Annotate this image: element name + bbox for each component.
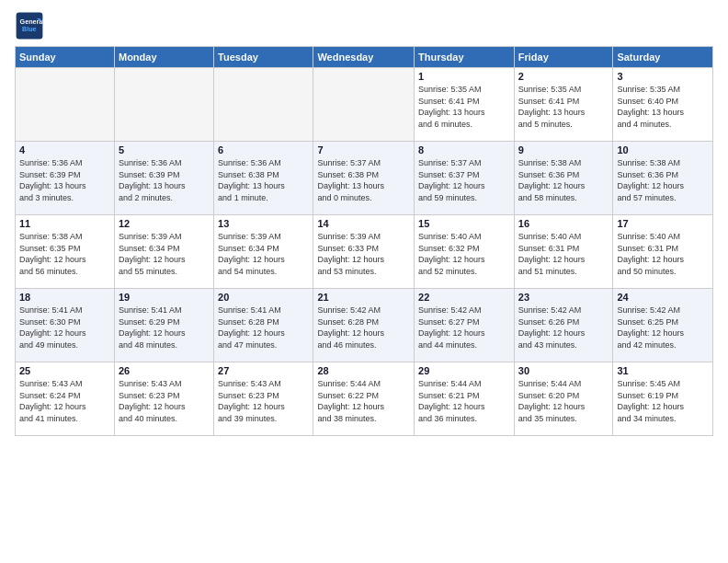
calendar-cell: 28Sunrise: 5:44 AM Sunset: 6:22 PM Dayli…: [313, 362, 415, 436]
day-info: Sunrise: 5:40 AM Sunset: 6:31 PM Dayligh…: [617, 231, 709, 277]
calendar-cell: [214, 68, 313, 142]
day-info: Sunrise: 5:35 AM Sunset: 6:41 PM Dayligh…: [418, 84, 510, 130]
day-number: 7: [317, 144, 410, 155]
calendar-cell: 6Sunrise: 5:36 AM Sunset: 6:38 PM Daylig…: [214, 142, 313, 215]
calendar-cell: 15Sunrise: 5:40 AM Sunset: 6:32 PM Dayli…: [415, 215, 515, 289]
day-number: 1: [418, 71, 510, 82]
day-number: 21: [317, 292, 410, 303]
day-number: 26: [119, 365, 210, 376]
calendar-cell: 10Sunrise: 5:38 AM Sunset: 6:36 PM Dayli…: [613, 142, 713, 215]
day-number: 25: [19, 365, 110, 376]
day-info: Sunrise: 5:42 AM Sunset: 6:25 PM Dayligh…: [617, 304, 709, 350]
day-number: 28: [317, 365, 410, 376]
calendar-cell: 3Sunrise: 5:35 AM Sunset: 6:40 PM Daylig…: [613, 68, 713, 142]
day-info: Sunrise: 5:37 AM Sunset: 6:37 PM Dayligh…: [418, 157, 510, 203]
week-row-5: 25Sunrise: 5:43 AM Sunset: 6:24 PM Dayli…: [16, 362, 713, 436]
day-number: 8: [418, 144, 510, 155]
day-info: Sunrise: 5:38 AM Sunset: 6:35 PM Dayligh…: [19, 231, 110, 277]
day-number: 17: [617, 218, 709, 229]
day-info: Sunrise: 5:35 AM Sunset: 6:40 PM Dayligh…: [617, 84, 709, 130]
week-row-4: 18Sunrise: 5:41 AM Sunset: 6:30 PM Dayli…: [16, 289, 713, 362]
calendar-cell: 21Sunrise: 5:42 AM Sunset: 6:28 PM Dayli…: [313, 289, 415, 362]
day-info: Sunrise: 5:36 AM Sunset: 6:39 PM Dayligh…: [119, 157, 210, 203]
day-info: Sunrise: 5:38 AM Sunset: 6:36 PM Dayligh…: [518, 157, 609, 203]
day-number: 19: [119, 292, 210, 303]
day-number: 18: [19, 292, 110, 303]
day-number: 24: [617, 292, 709, 303]
calendar-cell: 2Sunrise: 5:35 AM Sunset: 6:41 PM Daylig…: [514, 68, 613, 142]
calendar-cell: 29Sunrise: 5:44 AM Sunset: 6:21 PM Dayli…: [415, 362, 515, 436]
day-number: 10: [617, 144, 709, 155]
day-number: 15: [418, 218, 510, 229]
calendar-cell: [16, 68, 115, 142]
col-header-thursday: Thursday: [415, 47, 515, 68]
calendar-cell: 13Sunrise: 5:39 AM Sunset: 6:34 PM Dayli…: [214, 215, 313, 289]
calendar-cell: 26Sunrise: 5:43 AM Sunset: 6:23 PM Dayli…: [114, 362, 213, 436]
day-info: Sunrise: 5:41 AM Sunset: 6:30 PM Dayligh…: [19, 304, 110, 350]
calendar-cell: 25Sunrise: 5:43 AM Sunset: 6:24 PM Dayli…: [16, 362, 115, 436]
col-header-saturday: Saturday: [613, 47, 713, 68]
calendar-cell: 17Sunrise: 5:40 AM Sunset: 6:31 PM Dayli…: [613, 215, 713, 289]
calendar-header-row: SundayMondayTuesdayWednesdayThursdayFrid…: [16, 47, 713, 68]
calendar-cell: 14Sunrise: 5:39 AM Sunset: 6:33 PM Dayli…: [313, 215, 415, 289]
calendar-cell: 7Sunrise: 5:37 AM Sunset: 6:38 PM Daylig…: [313, 142, 415, 215]
day-info: Sunrise: 5:43 AM Sunset: 6:24 PM Dayligh…: [19, 378, 110, 424]
calendar-cell: 1Sunrise: 5:35 AM Sunset: 6:41 PM Daylig…: [415, 68, 515, 142]
day-number: 31: [617, 365, 709, 376]
day-number: 23: [518, 292, 609, 303]
calendar-cell: 22Sunrise: 5:42 AM Sunset: 6:27 PM Dayli…: [415, 289, 515, 362]
col-header-sunday: Sunday: [16, 47, 115, 68]
calendar-cell: 18Sunrise: 5:41 AM Sunset: 6:30 PM Dayli…: [16, 289, 115, 362]
col-header-wednesday: Wednesday: [313, 47, 415, 68]
calendar-cell: 8Sunrise: 5:37 AM Sunset: 6:37 PM Daylig…: [415, 142, 515, 215]
week-row-2: 4Sunrise: 5:36 AM Sunset: 6:39 PM Daylig…: [16, 142, 713, 215]
day-number: 11: [19, 218, 110, 229]
week-row-3: 11Sunrise: 5:38 AM Sunset: 6:35 PM Dayli…: [16, 215, 713, 289]
day-info: Sunrise: 5:43 AM Sunset: 6:23 PM Dayligh…: [218, 378, 309, 424]
calendar-cell: 20Sunrise: 5:41 AM Sunset: 6:28 PM Dayli…: [214, 289, 313, 362]
day-info: Sunrise: 5:40 AM Sunset: 6:31 PM Dayligh…: [518, 231, 609, 277]
col-header-friday: Friday: [514, 47, 613, 68]
calendar-cell: 24Sunrise: 5:42 AM Sunset: 6:25 PM Dayli…: [613, 289, 713, 362]
col-header-monday: Monday: [114, 47, 213, 68]
calendar-cell: 5Sunrise: 5:36 AM Sunset: 6:39 PM Daylig…: [114, 142, 213, 215]
day-info: Sunrise: 5:44 AM Sunset: 6:21 PM Dayligh…: [418, 378, 510, 424]
calendar-cell: 23Sunrise: 5:42 AM Sunset: 6:26 PM Dayli…: [514, 289, 613, 362]
logo: General Blue: [15, 11, 48, 40]
day-info: Sunrise: 5:41 AM Sunset: 6:28 PM Dayligh…: [218, 304, 309, 350]
calendar-cell: 16Sunrise: 5:40 AM Sunset: 6:31 PM Dayli…: [514, 215, 613, 289]
day-info: Sunrise: 5:39 AM Sunset: 6:33 PM Dayligh…: [317, 231, 410, 277]
calendar-cell: 11Sunrise: 5:38 AM Sunset: 6:35 PM Dayli…: [16, 215, 115, 289]
day-number: 30: [518, 365, 609, 376]
day-info: Sunrise: 5:44 AM Sunset: 6:20 PM Dayligh…: [518, 378, 609, 424]
day-number: 22: [418, 292, 510, 303]
day-number: 29: [418, 365, 510, 376]
day-number: 3: [617, 71, 709, 82]
day-number: 16: [518, 218, 609, 229]
calendar-cell: 30Sunrise: 5:44 AM Sunset: 6:20 PM Dayli…: [514, 362, 613, 436]
col-header-tuesday: Tuesday: [214, 47, 313, 68]
calendar-cell: [114, 68, 213, 142]
calendar-cell: 9Sunrise: 5:38 AM Sunset: 6:36 PM Daylig…: [514, 142, 613, 215]
week-row-1: 1Sunrise: 5:35 AM Sunset: 6:41 PM Daylig…: [16, 68, 713, 142]
day-number: 2: [518, 71, 609, 82]
page-header: General Blue: [15, 11, 713, 40]
day-number: 14: [317, 218, 410, 229]
calendar-cell: 19Sunrise: 5:41 AM Sunset: 6:29 PM Dayli…: [114, 289, 213, 362]
calendar-cell: 27Sunrise: 5:43 AM Sunset: 6:23 PM Dayli…: [214, 362, 313, 436]
day-number: 20: [218, 292, 309, 303]
day-info: Sunrise: 5:42 AM Sunset: 6:28 PM Dayligh…: [317, 304, 410, 350]
calendar-cell: 12Sunrise: 5:39 AM Sunset: 6:34 PM Dayli…: [114, 215, 213, 289]
day-number: 6: [218, 144, 309, 155]
day-number: 12: [119, 218, 210, 229]
day-info: Sunrise: 5:38 AM Sunset: 6:36 PM Dayligh…: [617, 157, 709, 203]
day-number: 5: [119, 144, 210, 155]
day-info: Sunrise: 5:42 AM Sunset: 6:26 PM Dayligh…: [518, 304, 609, 350]
day-number: 4: [19, 144, 110, 155]
day-number: 27: [218, 365, 309, 376]
day-info: Sunrise: 5:36 AM Sunset: 6:39 PM Dayligh…: [19, 157, 110, 203]
day-info: Sunrise: 5:37 AM Sunset: 6:38 PM Dayligh…: [317, 157, 410, 203]
svg-text:Blue: Blue: [22, 25, 37, 33]
page: General Blue SundayMondayTuesdayWednesda…: [0, 0, 728, 563]
day-info: Sunrise: 5:41 AM Sunset: 6:29 PM Dayligh…: [119, 304, 210, 350]
